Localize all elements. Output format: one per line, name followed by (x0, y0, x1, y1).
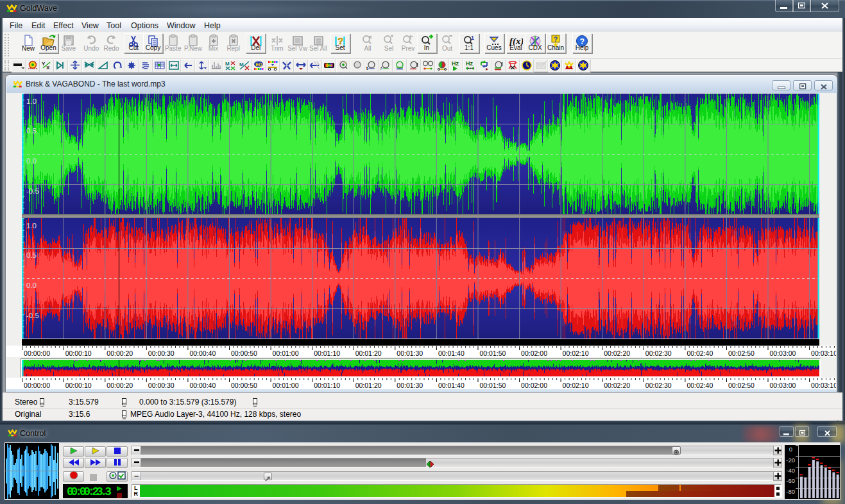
svg-text:00:02:40: 00:02:40 (687, 382, 713, 389)
svg-text:1.0: 1.0 (26, 222, 37, 230)
svg-text:00:01:10: 00:01:10 (314, 349, 340, 357)
svg-text:!: ! (416, 62, 418, 68)
svg-text:f: f (380, 66, 382, 71)
svg-text:00:02:10: 00:02:10 (563, 349, 589, 357)
svg-text:00:01:40: 00:01:40 (438, 349, 465, 357)
svg-text:-40: -40 (786, 467, 795, 474)
svg-text:00:00:40: 00:00:40 (189, 349, 216, 357)
svg-text:-20: -20 (786, 457, 795, 464)
svg-text:0.5: 0.5 (26, 251, 37, 259)
svg-text:0.0: 0.0 (26, 281, 37, 289)
svg-text:00:03:10: 00:03:10 (811, 349, 836, 357)
svg-text:00:02:00: 00:02:00 (521, 382, 547, 389)
svg-text:Hz: Hz (452, 60, 459, 67)
svg-text:00:01:50: 00:01:50 (480, 349, 506, 357)
svg-text:00:01:30: 00:01:30 (397, 382, 423, 389)
svg-text:00:02:50: 00:02:50 (728, 349, 755, 357)
svg-text:0.0: 0.0 (26, 157, 37, 165)
svg-text:00:02:00: 00:02:00 (521, 349, 547, 357)
svg-text:00:00:40: 00:00:40 (189, 382, 216, 389)
svg-text:00:00:10: 00:00:10 (65, 382, 92, 389)
svg-text:X: X (46, 65, 50, 71)
svg-text:-80: -80 (786, 488, 795, 495)
svg-text:00:00:20: 00:00:20 (107, 349, 133, 357)
svg-text:00:01:00: 00:01:00 (273, 349, 299, 357)
svg-text:00:01:20: 00:01:20 (355, 382, 382, 389)
svg-text:00:02:30: 00:02:30 (645, 382, 672, 389)
svg-text:00:00:50: 00:00:50 (231, 349, 257, 357)
svg-text:00:01:50: 00:01:50 (480, 382, 506, 389)
svg-text:?: ? (554, 36, 558, 43)
svg-text:00:00:20: 00:00:20 (107, 382, 133, 389)
svg-text:00:03:10: 00:03:10 (811, 382, 836, 389)
svg-text:00:01:40: 00:01:40 (438, 382, 465, 389)
svg-text:00:00:30: 00:00:30 (148, 382, 175, 389)
svg-text:1: 1 (471, 35, 474, 41)
svg-text:00:00:50: 00:00:50 (231, 382, 257, 389)
svg-text:00:02:10: 00:02:10 (563, 382, 589, 389)
svg-text:00:00:00: 00:00:00 (24, 382, 50, 389)
svg-text:00:00:30: 00:00:30 (148, 349, 175, 357)
svg-text:00:02:50: 00:02:50 (728, 382, 755, 389)
svg-text:00:00:00: 00:00:00 (24, 349, 50, 357)
svg-text:00:02:20: 00:02:20 (604, 349, 630, 357)
svg-text:0: 0 (789, 446, 792, 453)
svg-text:1.0: 1.0 (26, 97, 37, 105)
svg-text:R: R (134, 491, 139, 497)
svg-text:00:01:30: 00:01:30 (397, 349, 423, 357)
svg-text:-0.5: -0.5 (26, 187, 39, 195)
svg-text:00:00:23.3: 00:00:23.3 (67, 485, 112, 498)
svg-text:M: M (225, 61, 230, 67)
svg-text:00:03:00: 00:03:00 (770, 349, 796, 357)
svg-text:00:01:10: 00:01:10 (314, 382, 340, 389)
svg-text:00:01:20: 00:01:20 (355, 349, 382, 357)
svg-text:00:03:00: 00:03:00 (770, 382, 796, 389)
svg-text:t: t (366, 66, 368, 71)
svg-text:0.5: 0.5 (26, 127, 37, 135)
svg-text:-60: -60 (786, 477, 795, 484)
svg-text:00:01:00: 00:01:00 (273, 382, 299, 389)
svg-text:00:00:10: 00:00:10 (65, 349, 92, 357)
svg-text:!: ! (501, 61, 503, 67)
svg-text:EQ: EQ (256, 62, 263, 67)
svg-text:-0.5: -0.5 (26, 312, 39, 319)
svg-text:00:02:30: 00:02:30 (645, 349, 672, 357)
svg-text:00:02:20: 00:02:20 (604, 382, 630, 389)
svg-text:00:02:40: 00:02:40 (687, 349, 713, 357)
svg-text:Hz: Hz (466, 60, 473, 67)
